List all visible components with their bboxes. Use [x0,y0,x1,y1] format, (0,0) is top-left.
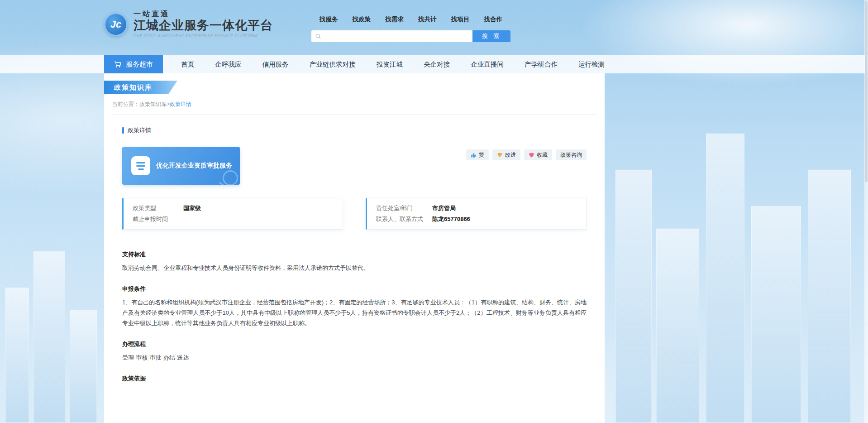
contact-info-box: 责任处室/部门 市房管局 联系人、联系方式 陈龙65770866 [366,198,587,230]
policy-consult-button[interactable]: 政策咨询 [556,149,587,160]
policy-type-label: 政策类型 [133,203,183,214]
nav-item-central-enterprise[interactable]: 央企对接 [424,60,450,69]
thumbs-up-icon [471,152,477,158]
background-building [751,206,801,423]
quick-link-find-services[interactable]: 找服务 [320,15,338,24]
section-marker [122,127,124,134]
favorite-label: 收藏 [537,151,548,159]
contact-label: 联系人、联系方式 [376,214,432,225]
policy-card[interactable]: 优化开发企业资质审批服务 [122,147,240,185]
search-icon [315,33,321,39]
application-conditions-body: 1、有自己的名称和组织机构(须为武汉市注册企业，经营范围包括房地产开发)；2、有… [122,297,587,328]
nav-item-invest-jiangcheng[interactable]: 投资江城 [377,60,403,69]
process-heading: 办理流程 [122,340,587,348]
deadline-label: 截止申报时间 [133,214,183,225]
logo-badge-text: Jc [110,19,121,30]
policy-basis-heading: 政策依据 [122,375,587,383]
quick-link-find-statistics[interactable]: 找共计 [418,15,437,24]
like-button[interactable]: 赞 [466,149,489,160]
favorite-button[interactable]: 收藏 [524,149,552,160]
breadcrumb-prefix: 当前位置： [112,101,139,107]
site-header: Jc 一站直通 江城企业服务一体化平台 ONE STOP JIANGCHENG … [0,0,868,55]
content-panel: 政策知识库 当前位置：政策知识库>政策详情 政策详情 优化开发企业资质审批服务 … [104,73,605,423]
info-line: 联系人、联系方式 陈龙65770866 [376,214,577,225]
quick-link-find-projects[interactable]: 找项目 [451,15,470,24]
policy-meta-box: 政策类型 国家级 截止申报时间 [122,198,343,230]
nav-item-service-market[interactable]: 服务超市 [104,55,163,73]
support-standard-body: 取消劳动合同、企业章程和专业技术人员身份证明等收件资料，采用法人承诺的方式予以替… [122,263,587,273]
nav-item-label: 服务超市 [126,60,153,69]
header-right: 找服务 找政策 找需求 找共计 找项目 找合作 搜 索 [311,15,510,42]
page-banner: 政策知识库 [104,81,177,94]
search-box[interactable] [311,30,472,42]
breadcrumb-separator: > [167,101,170,107]
improve-label: 改进 [505,151,516,159]
policy-text-sections: 支持标准 取消劳动合同、企业章程和专业技术人员身份证明等收件资料，采用法人承诺的… [122,250,587,383]
policy-info-row: 政策类型 国家级 截止申报时间 责任处室/部门 市房管局 联系人、联系方式 陈龙… [122,198,587,230]
thumbs-down-icon [497,152,503,158]
nav-item-enterprise-response[interactable]: 企呼我应 [215,60,241,69]
logo-icon: Jc [104,13,128,36]
nav-item-operation-monitoring[interactable]: 运行检测 [578,60,605,69]
platform-logo: Jc 一站直通 江城企业服务一体化平台 ONE STOP JIANGCHENG … [104,10,273,38]
support-standard-heading: 支持标准 [122,250,587,259]
like-label: 赞 [479,151,484,159]
search-bar: 搜 索 [311,30,510,42]
search-input[interactable] [324,33,469,40]
background-building [33,251,65,423]
logo-title: 江城企业服务一体化平台 [134,19,273,33]
scrollbar-thumb[interactable] [865,1,868,182]
policy-actions: 赞 改进 收藏 政策咨询 [466,149,587,160]
nav-item-industry-academia-research[interactable]: 产学研合作 [525,60,558,69]
background-building [5,287,29,423]
department-label: 责任处室/部门 [376,203,432,214]
nav-links: 首页 企呼我应 信用服务 产业链供求对接 投资江城 央企对接 企业直播间 产学研… [163,55,605,73]
breadcrumb-parent[interactable]: 政策知识库 [139,101,167,107]
improve-button[interactable]: 改进 [492,149,520,160]
application-conditions-heading: 申报条件 [122,285,587,293]
main-nav-bar: 服务超市 首页 企呼我应 信用服务 产业链供求对接 投资江城 央企对接 企业直播… [0,55,868,73]
policy-type-value: 国家级 [183,203,201,214]
nav-item-supply-demand-matching[interactable]: 产业链供求对接 [310,60,356,69]
nav-item-home[interactable]: 首页 [181,60,194,69]
info-line: 截止申报时间 [133,214,334,225]
logo-subtitle: ONE STOP JIANGCHENG ENTERPRISE SERVICE P… [134,34,273,38]
quick-link-find-policies[interactable]: 找政策 [353,15,371,24]
breadcrumb-current[interactable]: 政策详情 [170,101,191,107]
background-building [706,133,744,423]
section-title: 政策详情 [128,126,151,135]
section-header: 政策详情 [122,126,587,135]
info-line: 政策类型 国家级 [133,203,334,214]
quick-link-find-demands[interactable]: 找需求 [385,15,404,24]
magnifier-decoration-icon [223,170,238,185]
policy-consult-label: 政策咨询 [560,151,582,159]
department-value: 市房管局 [432,203,456,214]
breadcrumb: 当前位置：政策知识库>政策详情 [112,101,596,115]
process-body: 受理-审核-审批-办结-送达 [122,352,587,363]
logo-text: 一站直通 江城企业服务一体化平台 ONE STOP JIANGCHENG ENT… [134,10,273,38]
contact-value: 陈龙65770866 [432,214,470,225]
logo-tagline: 一站直通 [134,10,273,18]
policy-title: 优化开发企业资质审批服务 [156,162,232,170]
cart-icon [114,61,122,68]
info-line: 责任处室/部门 市房管局 [376,203,577,214]
nav-item-live-room[interactable]: 企业直播间 [471,60,504,69]
policy-detail-row: 优化开发企业资质审批服务 赞 改进 收藏 [122,147,587,185]
background-building [808,169,851,423]
main-nav: 服务超市 首页 企呼我应 信用服务 产业链供求对接 投资江城 央企对接 企业直播… [104,55,605,73]
heart-icon [529,152,534,158]
page-scrollbar[interactable] [864,0,868,423]
search-button[interactable]: 搜 索 [472,30,510,42]
quick-link-find-cooperation[interactable]: 找合作 [484,15,502,24]
background-building [70,310,97,423]
background-building [656,228,699,423]
nav-item-credit-service[interactable]: 信用服务 [262,60,289,69]
quick-links: 找服务 找政策 找需求 找共计 找项目 找合作 [311,15,510,24]
background-building [615,169,652,423]
document-icon [131,156,150,175]
